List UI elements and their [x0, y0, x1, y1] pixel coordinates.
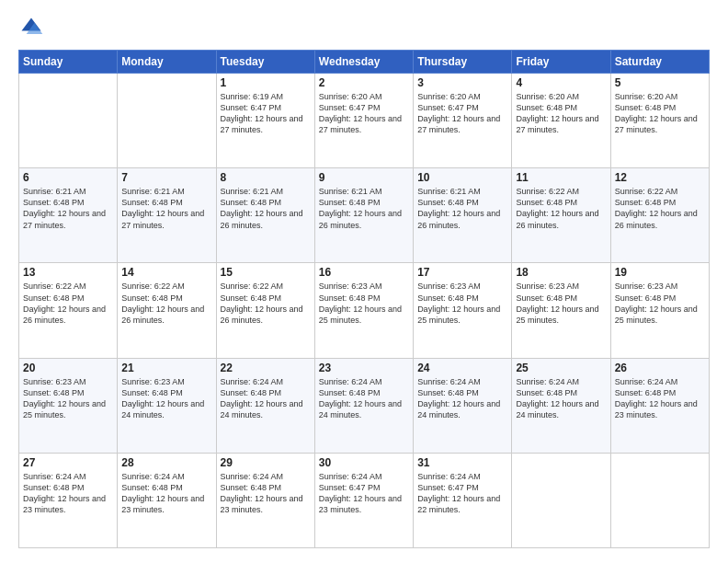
- calendar-cell: 23Sunrise: 6:24 AM Sunset: 6:48 PM Dayli…: [314, 358, 413, 453]
- calendar-cell: 27Sunrise: 6:24 AM Sunset: 6:48 PM Dayli…: [19, 453, 118, 547]
- day-number: 10: [417, 171, 507, 184]
- day-number: 19: [615, 266, 705, 279]
- calendar-day-header: Friday: [512, 51, 610, 74]
- cell-sun-info: Sunrise: 6:20 AM Sunset: 6:47 PM Dayligh…: [319, 91, 409, 136]
- calendar-cell: 11Sunrise: 6:22 AM Sunset: 6:48 PM Dayli…: [512, 168, 610, 263]
- day-number: 27: [23, 456, 113, 469]
- calendar-week-row: 20Sunrise: 6:23 AM Sunset: 6:48 PM Dayli…: [19, 358, 710, 453]
- calendar-cell: 21Sunrise: 6:23 AM Sunset: 6:48 PM Dayli…: [118, 358, 216, 453]
- calendar-cell: 1Sunrise: 6:19 AM Sunset: 6:47 PM Daylig…: [216, 74, 314, 168]
- cell-sun-info: Sunrise: 6:24 AM Sunset: 6:48 PM Dayligh…: [23, 471, 113, 516]
- cell-sun-info: Sunrise: 6:24 AM Sunset: 6:48 PM Dayligh…: [221, 376, 311, 421]
- cell-sun-info: Sunrise: 6:22 AM Sunset: 6:48 PM Dayligh…: [121, 281, 211, 326]
- cell-sun-info: Sunrise: 6:23 AM Sunset: 6:48 PM Dayligh…: [417, 281, 507, 326]
- logo: [18, 15, 48, 40]
- calendar-cell: 17Sunrise: 6:23 AM Sunset: 6:48 PM Dayli…: [414, 263, 512, 358]
- calendar-cell: 4Sunrise: 6:20 AM Sunset: 6:48 PM Daylig…: [512, 74, 610, 168]
- calendar-cell: 18Sunrise: 6:23 AM Sunset: 6:48 PM Dayli…: [512, 263, 610, 358]
- calendar-cell: 31Sunrise: 6:24 AM Sunset: 6:47 PM Dayli…: [414, 453, 512, 547]
- day-number: 18: [516, 266, 606, 279]
- day-number: 25: [516, 362, 606, 374]
- day-number: 31: [417, 456, 507, 469]
- cell-sun-info: Sunrise: 6:19 AM Sunset: 6:47 PM Dayligh…: [221, 91, 311, 136]
- cell-sun-info: Sunrise: 6:20 AM Sunset: 6:48 PM Dayligh…: [516, 91, 606, 136]
- cell-sun-info: Sunrise: 6:20 AM Sunset: 6:48 PM Dayligh…: [615, 91, 705, 136]
- calendar-cell: 19Sunrise: 6:23 AM Sunset: 6:48 PM Dayli…: [610, 263, 709, 358]
- calendar-cell: 15Sunrise: 6:22 AM Sunset: 6:48 PM Dayli…: [216, 263, 314, 358]
- cell-sun-info: Sunrise: 6:22 AM Sunset: 6:48 PM Dayligh…: [221, 281, 311, 326]
- calendar-cell: 7Sunrise: 6:21 AM Sunset: 6:48 PM Daylig…: [118, 168, 216, 263]
- calendar-cell: 26Sunrise: 6:24 AM Sunset: 6:48 PM Dayli…: [610, 358, 709, 453]
- cell-sun-info: Sunrise: 6:24 AM Sunset: 6:48 PM Dayligh…: [121, 471, 211, 516]
- cell-sun-info: Sunrise: 6:21 AM Sunset: 6:48 PM Dayligh…: [417, 186, 507, 231]
- day-number: 11: [516, 171, 606, 184]
- day-number: 5: [615, 76, 705, 89]
- calendar-cell: 28Sunrise: 6:24 AM Sunset: 6:48 PM Dayli…: [118, 453, 216, 547]
- cell-sun-info: Sunrise: 6:24 AM Sunset: 6:47 PM Dayligh…: [319, 471, 409, 516]
- day-number: 6: [23, 171, 113, 184]
- cell-sun-info: Sunrise: 6:23 AM Sunset: 6:48 PM Dayligh…: [516, 281, 606, 326]
- cell-sun-info: Sunrise: 6:24 AM Sunset: 6:48 PM Dayligh…: [417, 376, 507, 421]
- cell-sun-info: Sunrise: 6:23 AM Sunset: 6:48 PM Dayligh…: [23, 376, 113, 421]
- calendar-cell: 8Sunrise: 6:21 AM Sunset: 6:48 PM Daylig…: [216, 168, 314, 263]
- calendar-week-row: 6Sunrise: 6:21 AM Sunset: 6:48 PM Daylig…: [19, 168, 710, 263]
- calendar-day-header: Sunday: [19, 51, 118, 74]
- calendar-day-header: Thursday: [414, 51, 512, 74]
- cell-sun-info: Sunrise: 6:24 AM Sunset: 6:48 PM Dayligh…: [319, 376, 409, 421]
- calendar-cell: 5Sunrise: 6:20 AM Sunset: 6:48 PM Daylig…: [610, 74, 709, 168]
- day-number: 1: [221, 76, 311, 89]
- calendar-cell: [19, 74, 118, 168]
- calendar-cell: 10Sunrise: 6:21 AM Sunset: 6:48 PM Dayli…: [414, 168, 512, 263]
- calendar-cell: 16Sunrise: 6:23 AM Sunset: 6:48 PM Dayli…: [314, 263, 413, 358]
- day-number: 3: [417, 76, 507, 89]
- cell-sun-info: Sunrise: 6:24 AM Sunset: 6:47 PM Dayligh…: [417, 471, 507, 516]
- calendar-table: SundayMondayTuesdayWednesdayThursdayFrid…: [18, 50, 710, 548]
- day-number: 14: [121, 266, 211, 279]
- cell-sun-info: Sunrise: 6:22 AM Sunset: 6:48 PM Dayligh…: [615, 186, 705, 231]
- cell-sun-info: Sunrise: 6:20 AM Sunset: 6:47 PM Dayligh…: [417, 91, 507, 136]
- calendar-cell: 6Sunrise: 6:21 AM Sunset: 6:48 PM Daylig…: [19, 168, 118, 263]
- cell-sun-info: Sunrise: 6:23 AM Sunset: 6:48 PM Dayligh…: [615, 281, 705, 326]
- cell-sun-info: Sunrise: 6:23 AM Sunset: 6:48 PM Dayligh…: [319, 281, 409, 326]
- calendar-cell: [512, 453, 610, 547]
- day-number: 12: [615, 171, 705, 184]
- calendar-cell: [118, 74, 216, 168]
- day-number: 28: [121, 456, 211, 469]
- calendar-cell: 24Sunrise: 6:24 AM Sunset: 6:48 PM Dayli…: [414, 358, 512, 453]
- day-number: 4: [516, 76, 606, 89]
- day-number: 30: [319, 456, 409, 469]
- day-number: 22: [221, 362, 311, 374]
- day-number: 21: [121, 362, 211, 374]
- calendar-cell: 9Sunrise: 6:21 AM Sunset: 6:48 PM Daylig…: [314, 168, 413, 263]
- calendar-week-row: 27Sunrise: 6:24 AM Sunset: 6:48 PM Dayli…: [19, 453, 710, 547]
- cell-sun-info: Sunrise: 6:21 AM Sunset: 6:48 PM Dayligh…: [221, 186, 311, 231]
- calendar-day-header: Wednesday: [314, 51, 413, 74]
- calendar-day-header: Monday: [118, 51, 216, 74]
- calendar-day-header: Saturday: [610, 51, 709, 74]
- cell-sun-info: Sunrise: 6:21 AM Sunset: 6:48 PM Dayligh…: [319, 186, 409, 231]
- page: SundayMondayTuesdayWednesdayThursdayFrid…: [0, 0, 728, 563]
- calendar-cell: 14Sunrise: 6:22 AM Sunset: 6:48 PM Dayli…: [118, 263, 216, 358]
- calendar-cell: 12Sunrise: 6:22 AM Sunset: 6:48 PM Dayli…: [610, 168, 709, 263]
- cell-sun-info: Sunrise: 6:21 AM Sunset: 6:48 PM Dayligh…: [121, 186, 211, 231]
- cell-sun-info: Sunrise: 6:22 AM Sunset: 6:48 PM Dayligh…: [516, 186, 606, 231]
- day-number: 29: [221, 456, 311, 469]
- calendar-cell: 3Sunrise: 6:20 AM Sunset: 6:47 PM Daylig…: [414, 74, 512, 168]
- calendar-header-row: SundayMondayTuesdayWednesdayThursdayFrid…: [19, 51, 710, 74]
- calendar-cell: 22Sunrise: 6:24 AM Sunset: 6:48 PM Dayli…: [216, 358, 314, 453]
- cell-sun-info: Sunrise: 6:23 AM Sunset: 6:48 PM Dayligh…: [121, 376, 211, 421]
- cell-sun-info: Sunrise: 6:24 AM Sunset: 6:48 PM Dayligh…: [516, 376, 606, 421]
- day-number: 20: [23, 362, 113, 374]
- calendar-cell: 30Sunrise: 6:24 AM Sunset: 6:47 PM Dayli…: [314, 453, 413, 547]
- logo-icon: [18, 15, 44, 40]
- day-number: 15: [221, 266, 311, 279]
- calendar-cell: 25Sunrise: 6:24 AM Sunset: 6:48 PM Dayli…: [512, 358, 610, 453]
- calendar-cell: [610, 453, 709, 547]
- day-number: 24: [417, 362, 507, 374]
- cell-sun-info: Sunrise: 6:24 AM Sunset: 6:48 PM Dayligh…: [221, 471, 311, 516]
- calendar-cell: 13Sunrise: 6:22 AM Sunset: 6:48 PM Dayli…: [19, 263, 118, 358]
- day-number: 17: [417, 266, 507, 279]
- day-number: 26: [615, 362, 705, 374]
- calendar-cell: 29Sunrise: 6:24 AM Sunset: 6:48 PM Dayli…: [216, 453, 314, 547]
- calendar-cell: 20Sunrise: 6:23 AM Sunset: 6:48 PM Dayli…: [19, 358, 118, 453]
